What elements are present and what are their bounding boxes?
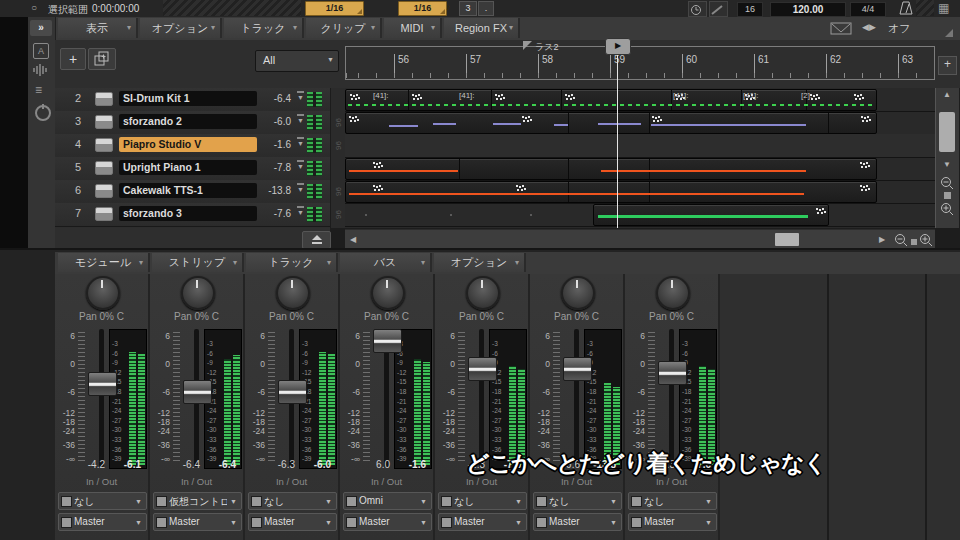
add-lane-button[interactable]: + xyxy=(938,56,957,75)
output-select[interactable]: Master▼ xyxy=(248,513,337,531)
input-select[interactable]: なし▼ xyxy=(438,492,527,510)
horizontal-scroll-thumb[interactable] xyxy=(775,233,799,246)
input-select[interactable]: なし▼ xyxy=(58,492,147,510)
fit-arrows-icon[interactable]: ◀▶ xyxy=(862,22,876,32)
add-track-button[interactable]: + xyxy=(60,48,86,70)
fader-handle[interactable] xyxy=(373,329,402,353)
input-select[interactable]: 仮想コントロ▼ xyxy=(153,492,242,510)
input-select[interactable]: なし▼ xyxy=(248,492,337,510)
track-volume[interactable]: -6.4 xyxy=(255,93,291,104)
input-select[interactable]: Omni▼ xyxy=(343,492,432,510)
track-row[interactable]: 5 Upright Piano 1 -7.8 ▼ xyxy=(55,157,330,181)
console-menu-strips[interactable]: ストリップ xyxy=(152,253,244,272)
console-menu-buses[interactable]: バス xyxy=(340,253,432,272)
track-row[interactable]: 2 SI-Drum Kit 1 -6.4 ▼ xyxy=(55,88,330,112)
fader-handle[interactable] xyxy=(183,380,212,404)
mute-brush-icon[interactable] xyxy=(709,1,728,17)
automation-off-label[interactable]: オフ xyxy=(888,21,911,36)
track-name[interactable]: Upright Piano 1 xyxy=(119,160,257,175)
eject-button[interactable] xyxy=(302,231,331,249)
volume-value[interactable]: -6.1 xyxy=(105,459,141,470)
track-name[interactable]: sforzando 2 xyxy=(119,114,257,129)
track-name[interactable]: sforzando 3 xyxy=(119,206,257,221)
scroll-left-icon[interactable]: ◀ xyxy=(350,235,356,244)
fader-handle[interactable] xyxy=(468,357,497,381)
menu-options[interactable]: オプション xyxy=(140,18,222,38)
envelope-icon[interactable] xyxy=(830,21,852,39)
volume-chevron-icon[interactable]: ▼ xyxy=(297,160,304,170)
volume-chevron-icon[interactable]: ▼ xyxy=(297,137,304,147)
track-volume[interactable]: -1.6 xyxy=(255,139,291,150)
record-circle-icon[interactable]: ○ xyxy=(31,2,37,13)
volume-value[interactable]: -6.0 xyxy=(295,459,331,470)
scroll-right-icon[interactable]: ▶ xyxy=(879,235,885,244)
pan-knob[interactable] xyxy=(656,276,690,310)
fader-handle[interactable] xyxy=(658,361,687,385)
output-select[interactable]: Master▼ xyxy=(153,513,242,531)
menu-track[interactable]: トラック xyxy=(224,18,304,38)
menu-view[interactable]: 表示 xyxy=(58,18,138,38)
volume-value[interactable]: -6.4 xyxy=(200,459,236,470)
zoom-in-icon[interactable] xyxy=(940,202,954,220)
track-row[interactable]: 3 sforzando 2 -6.0 ▼ xyxy=(55,111,330,135)
fader-handle[interactable] xyxy=(88,372,117,396)
track-row-selected[interactable]: 4 Piapro Studio V -1.6 ▼ xyxy=(55,134,330,158)
fader-handle[interactable] xyxy=(563,357,592,381)
midi-clip[interactable] xyxy=(345,112,877,134)
pan-knob[interactable] xyxy=(276,276,310,310)
scroll-up-icon[interactable]: ▲ xyxy=(943,90,951,99)
duplicate-track-button[interactable] xyxy=(88,48,116,70)
expand-sidebar-button[interactable]: » xyxy=(30,20,52,36)
track-volume[interactable]: -13.8 xyxy=(255,185,291,196)
output-select[interactable]: Master▼ xyxy=(343,513,432,531)
articulation-icon[interactable]: A xyxy=(33,43,49,59)
track-volume[interactable]: -6.0 xyxy=(255,116,291,127)
menu-regionfx[interactable]: Region FX xyxy=(444,18,520,38)
input-select[interactable]: なし▼ xyxy=(628,492,717,510)
fader-handle[interactable] xyxy=(278,380,307,404)
pan-knob[interactable] xyxy=(181,276,215,310)
volume-chevron-icon[interactable]: ▼ xyxy=(297,206,304,216)
track-row[interactable]: 6 Cakewalk TTS-1 -13.8 ▼ xyxy=(55,180,330,204)
timeline-ruler[interactable]: 56 57 58 59 60 61 62 63 xyxy=(345,46,935,80)
track-volume[interactable]: -7.8 xyxy=(255,162,291,173)
tempo-display[interactable]: 120.00 xyxy=(770,2,846,17)
console-menu-options[interactable]: オプション xyxy=(434,253,526,272)
input-select[interactable]: なし▼ xyxy=(533,492,622,510)
marker-flag-icon[interactable] xyxy=(523,41,532,50)
track-row[interactable]: 7 sforzando 3 -7.6 ▼ xyxy=(55,203,330,227)
track-volume[interactable]: -7.6 xyxy=(255,208,291,219)
vertical-scroll-thumb[interactable] xyxy=(939,112,955,152)
output-select[interactable]: Master▼ xyxy=(58,513,147,531)
zoom-fit-icon[interactable] xyxy=(911,239,917,245)
volume-chevron-icon[interactable]: ▼ xyxy=(297,114,304,124)
console-menu-tracks[interactable]: トラック xyxy=(246,253,338,272)
output-select[interactable]: Master▼ xyxy=(628,513,717,531)
output-select[interactable]: Master▼ xyxy=(533,513,622,531)
zoom-fit-icon[interactable] xyxy=(944,192,951,199)
midi-clip[interactable]: [41]: [41]: [41]: [41]: [2]: xyxy=(345,89,877,111)
pan-knob[interactable] xyxy=(371,276,405,310)
midi-clip[interactable] xyxy=(345,181,877,203)
pan-knob[interactable] xyxy=(466,276,500,310)
snap-dot-button[interactable]: . xyxy=(478,1,494,16)
waveform-icon[interactable] xyxy=(32,63,50,81)
track-name[interactable]: SI-Drum Kit 1 xyxy=(119,91,257,106)
menu-midi[interactable]: MIDI xyxy=(384,18,442,38)
pan-knob[interactable] xyxy=(561,276,595,310)
scroll-down-icon[interactable]: ▼ xyxy=(943,160,951,169)
playhead-handle[interactable]: ▶ xyxy=(605,38,631,55)
keyboard-grid-icon[interactable]: ▦ xyxy=(938,1,949,15)
clock-icon[interactable] xyxy=(688,1,707,17)
track-filter-dropdown[interactable]: All ▼ xyxy=(255,50,339,72)
volume-chevron-icon[interactable]: ▼ xyxy=(297,183,304,193)
clips-vertical-scrollbar[interactable]: ▲ ▼ xyxy=(935,88,959,228)
corner-resize-icon[interactable] xyxy=(945,29,953,37)
midi-clip[interactable] xyxy=(593,204,829,226)
track-name[interactable]: Cakewalk TTS-1 xyxy=(119,183,257,198)
volume-chevron-icon[interactable]: ▼ xyxy=(297,91,304,101)
console-menu-modules[interactable]: モジュール xyxy=(58,253,150,272)
power-icon[interactable] xyxy=(35,105,51,121)
clips-pane[interactable]: [41]: [41]: [41]: [41]: [2]: xyxy=(345,88,935,228)
snap-note-button[interactable]: 1/16 xyxy=(398,1,447,16)
